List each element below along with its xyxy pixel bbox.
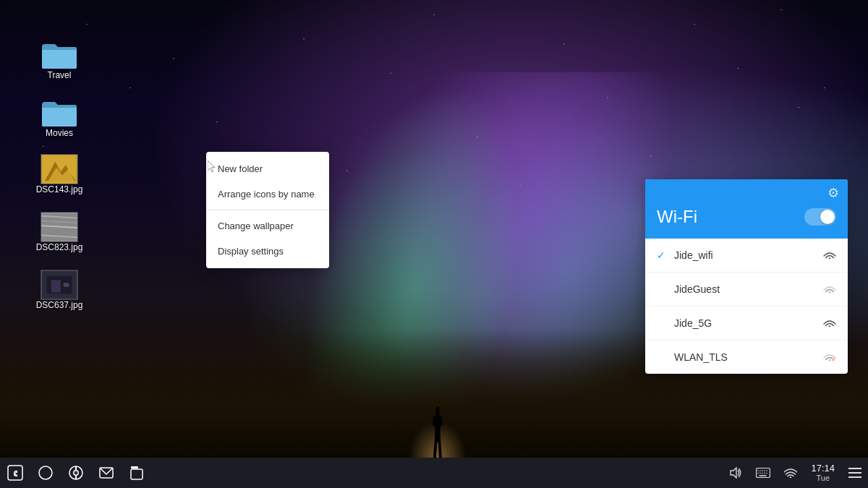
- files-icon: [129, 465, 145, 481]
- photo-thumb-dsc143: [41, 154, 78, 184]
- context-menu-item-arrange[interactable]: Arrange icons by name: [206, 181, 329, 207]
- wifi-network-wlan-tls[interactable]: WLAN_TLS: [645, 341, 848, 374]
- home-icon: [38, 465, 54, 481]
- svg-rect-14: [51, 280, 61, 292]
- wifi-network-name: Jide_5G: [674, 317, 823, 329]
- dsc823-label: DSC823.jpg: [36, 242, 83, 252]
- chrome-icon: [68, 465, 84, 481]
- wifi-title: Wi-Fi: [657, 207, 697, 227]
- wifi-tray-icon: [784, 468, 797, 478]
- wifi-network-jide-5g[interactable]: Jide_5G: [645, 307, 848, 341]
- taskbar-gmail[interactable]: [91, 458, 122, 488]
- taskbar-right: 17:14 Tue: [723, 458, 868, 488]
- desktop-icon-dsc143[interactable]: DSC143.jpg: [30, 154, 88, 194]
- hamburger-icon: [848, 468, 861, 478]
- tray-wifi[interactable]: [778, 458, 804, 488]
- wifi-toggle[interactable]: [804, 208, 836, 226]
- dsc637-label: DSC637.jpg: [36, 300, 83, 310]
- taskbar-menu-button[interactable]: [842, 458, 868, 488]
- taskbar-home-button[interactable]: [30, 458, 61, 488]
- clock[interactable]: 17:14 Tue: [804, 458, 842, 488]
- svg-point-47: [790, 476, 792, 478]
- svg-rect-32: [131, 466, 138, 468]
- desktop-icon-travel[interactable]: Travel: [30, 40, 88, 80]
- tray-volume[interactable]: [723, 458, 749, 488]
- wifi-connected-check: ✓: [657, 249, 671, 261]
- desktop-icon-dsc823[interactable]: DSC823.jpg: [30, 212, 88, 252]
- wifi-title-row: Wi-Fi: [645, 201, 848, 239]
- dsc143-label: DSC143.jpg: [36, 184, 83, 194]
- folder-icon: [41, 40, 78, 70]
- wifi-signal-icon: [823, 283, 836, 296]
- svg-rect-33: [131, 469, 142, 479]
- tray-keyboard[interactable]: [750, 458, 776, 488]
- jide-logo-icon: ꀯ: [7, 465, 23, 481]
- wifi-header-top: ⚙: [645, 179, 848, 201]
- wifi-signal-icon: [823, 317, 836, 330]
- context-menu-divider: [206, 210, 329, 210]
- svg-point-28: [75, 471, 78, 475]
- context-menu-item-new-folder[interactable]: New folder: [206, 156, 329, 181]
- context-menu-item-wallpaper[interactable]: Change wallpaper: [206, 213, 329, 239]
- svg-point-17: [829, 257, 830, 259]
- wifi-settings-icon[interactable]: ⚙: [827, 185, 839, 201]
- context-menu: New folder Arrange icons by name Change …: [206, 152, 329, 268]
- svg-point-25: [39, 466, 52, 479]
- wifi-signal-icon: [823, 249, 836, 262]
- svg-point-19: [829, 325, 830, 327]
- wifi-network-jide-wifi[interactable]: ✓ Jide_wifi: [645, 239, 848, 273]
- svg-point-20: [829, 359, 830, 361]
- photo-thumb-dsc823: [41, 212, 78, 242]
- taskbar-jide-logo[interactable]: ꀯ: [0, 458, 30, 488]
- wifi-panel: ⚙ Wi-Fi ✓ Jide_wifi JideGuest Jide_5G WL…: [645, 179, 848, 374]
- travel-label: Travel: [48, 70, 72, 80]
- taskbar-chrome[interactable]: [61, 458, 91, 488]
- svg-text:ꀯ: ꀯ: [11, 468, 20, 479]
- toggle-knob: [820, 210, 835, 224]
- wifi-network-name: WLAN_TLS: [674, 351, 823, 363]
- desktop-icon-movies[interactable]: Movies: [30, 98, 88, 138]
- wifi-network-name: Jide_wifi: [674, 249, 823, 261]
- desktop-icon-dsc637[interactable]: DSC637.jpg: [30, 270, 88, 310]
- clock-day: Tue: [816, 474, 830, 483]
- keyboard-icon: [756, 468, 770, 478]
- movies-label: Movies: [46, 128, 73, 138]
- system-tray: [723, 458, 804, 488]
- context-menu-item-display[interactable]: Display settings: [206, 239, 329, 264]
- wifi-network-jide-guest[interactable]: JideGuest: [645, 273, 848, 307]
- taskbar: ꀯ: [0, 458, 868, 488]
- gmail-icon: [98, 465, 114, 481]
- svg-rect-15: [64, 283, 69, 287]
- wifi-signal-icon: [823, 351, 836, 364]
- folder-icon: [41, 98, 78, 128]
- volume-icon: [729, 466, 742, 479]
- svg-marker-34: [731, 468, 736, 478]
- photo-thumb-dsc637: [41, 270, 78, 300]
- clock-time: 17:14: [811, 463, 835, 474]
- wifi-network-name: JideGuest: [674, 283, 823, 295]
- svg-point-18: [829, 291, 830, 293]
- taskbar-files[interactable]: [122, 458, 152, 488]
